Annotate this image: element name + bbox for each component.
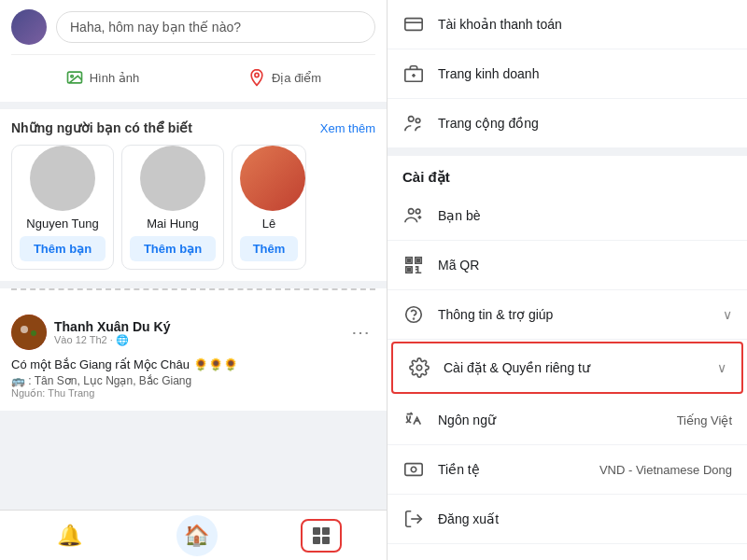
post-item: Thanh Xuân Du Ký Vào 12 Th2 · 🌐 ⋯ Có một… bbox=[0, 303, 387, 411]
settings-header: Cài đặt bbox=[388, 156, 747, 191]
help-chevron: ∨ bbox=[723, 307, 732, 322]
suggestions-title: Những người bạn có thể biết bbox=[11, 120, 192, 135]
payment-label: Tài khoản thanh toán bbox=[438, 17, 732, 32]
section-divider bbox=[388, 148, 747, 156]
svg-rect-28 bbox=[405, 464, 422, 476]
business-label: Trang kinh doanh bbox=[438, 66, 732, 81]
svg-point-18 bbox=[416, 209, 420, 214]
friend-card: Nguyen Tung Thêm bạn bbox=[11, 145, 114, 270]
grid-icon bbox=[310, 525, 332, 547]
post-text: Có một Bắc Giang rất Mộc Châu 🌻🌻🌻 bbox=[11, 356, 375, 374]
post-subtext: 🚌 : Tân Sơn, Lục Ngạn, Bắc Giang bbox=[11, 374, 375, 387]
svg-point-1 bbox=[71, 76, 74, 78]
friend-name: Lê bbox=[240, 217, 298, 231]
friend-avatar bbox=[140, 146, 205, 211]
post-more-button[interactable]: ⋯ bbox=[345, 319, 375, 345]
friend-suggestions: Những người bạn có thể biết Xem thêm Ngu… bbox=[0, 109, 387, 281]
svg-point-26 bbox=[414, 318, 415, 319]
menu-item-language[interactable]: Ngôn ngữ Tiếng Việt bbox=[388, 396, 747, 445]
add-friend-button[interactable]: Thêm bạn bbox=[20, 236, 106, 261]
user-avatar bbox=[11, 9, 47, 45]
left-panel: Haha, hôm nay bạn thế nào? Hình ảnh Địa … bbox=[0, 0, 388, 560]
svg-point-15 bbox=[409, 117, 415, 122]
qr-icon bbox=[402, 254, 425, 276]
payment-icon bbox=[402, 13, 425, 35]
location-button[interactable]: Địa điểm bbox=[193, 63, 375, 92]
svg-point-17 bbox=[409, 209, 415, 215]
svg-point-4 bbox=[21, 326, 28, 333]
svg-point-29 bbox=[411, 467, 416, 472]
photo-label: Hình ảnh bbox=[90, 71, 140, 85]
svg-rect-7 bbox=[322, 527, 330, 535]
right-panel: Tài khoản thanh toán Trang kinh doanh bbox=[388, 0, 747, 560]
settings-menu-section: Bạn bè Mã QR bbox=[388, 191, 747, 544]
language-icon bbox=[402, 409, 425, 431]
location-icon bbox=[247, 68, 266, 87]
add-friend-button[interactable]: Thêm bạn bbox=[130, 236, 216, 261]
svg-rect-6 bbox=[313, 527, 320, 535]
friends-icon bbox=[402, 204, 425, 227]
svg-rect-24 bbox=[408, 269, 411, 272]
post-input[interactable]: Haha, hôm nay bạn thế nào? bbox=[56, 11, 375, 43]
currency-label: Tiền tệ bbox=[438, 462, 586, 477]
dashed-separator bbox=[11, 288, 375, 290]
help-label: Thông tin & trợ giúp bbox=[438, 307, 710, 322]
menu-item-payment[interactable]: Tài khoản thanh toán bbox=[388, 0, 747, 49]
photo-icon bbox=[65, 68, 84, 87]
logout-icon bbox=[402, 508, 425, 530]
location-label: Địa điểm bbox=[272, 71, 321, 85]
menu-item-community[interactable]: Trang cộng đồng bbox=[388, 99, 747, 148]
friend-card: Lê Thêm bbox=[232, 145, 306, 270]
suggestions-list: Nguyen Tung Thêm bạn Mai Hung Thêm bạn L… bbox=[11, 145, 375, 270]
svg-rect-8 bbox=[313, 537, 320, 544]
top-menu-section: Tài khoản thanh toán Trang kinh doanh bbox=[388, 0, 747, 148]
home-icon: 🏠 bbox=[184, 524, 209, 548]
qr-label: Mã QR bbox=[438, 258, 732, 273]
community-icon bbox=[402, 112, 425, 134]
language-value: Tiếng Việt bbox=[677, 413, 732, 427]
menu-item-currency[interactable]: Tiền tệ VND - Vietnamese Dong bbox=[388, 445, 747, 495]
add-friend-button[interactable]: Thêm bbox=[240, 236, 298, 261]
post-author-avatar bbox=[11, 315, 47, 350]
menu-item-friends[interactable]: Bạn bè bbox=[388, 191, 747, 241]
photo-button[interactable]: Hình ảnh bbox=[11, 63, 193, 92]
settings-icon bbox=[408, 357, 430, 379]
friend-name: Mai Hung bbox=[130, 217, 216, 231]
menu-item-settings[interactable]: Cài đặt & Quyền riêng tư ∨ bbox=[391, 342, 743, 394]
svg-point-16 bbox=[416, 119, 420, 123]
svg-point-2 bbox=[255, 73, 259, 77]
friend-avatar bbox=[240, 146, 305, 211]
friend-card: Mai Hung Thêm bạn bbox=[121, 145, 224, 270]
logout-label: Đăng xuất bbox=[438, 511, 732, 526]
currency-icon bbox=[402, 458, 425, 481]
menu-item-help[interactable]: Thông tin & trợ giúp ∨ bbox=[388, 290, 747, 340]
menu-item-business[interactable]: Trang kinh doanh bbox=[388, 49, 747, 99]
currency-value: VND - Vietnamese Dong bbox=[599, 463, 732, 477]
language-label: Ngôn ngữ bbox=[438, 413, 664, 427]
friend-avatar bbox=[30, 146, 95, 211]
privacy-settings-label: Cài đặt & Quyền riêng tư bbox=[444, 360, 704, 375]
post-credit: Nguồn: Thu Trang bbox=[11, 387, 375, 399]
see-more-link[interactable]: Xem thêm bbox=[320, 121, 375, 135]
business-icon bbox=[402, 63, 425, 85]
friends-label: Bạn bè bbox=[438, 208, 732, 223]
menu-item-logout[interactable]: Đăng xuất bbox=[388, 495, 747, 544]
bottom-nav: 🔔 🏠 bbox=[0, 510, 387, 560]
community-label: Trang cộng đồng bbox=[438, 116, 732, 131]
nav-bell[interactable]: 🔔 bbox=[46, 518, 93, 553]
help-icon bbox=[402, 303, 425, 326]
post-author-name: Thanh Xuân Du Ký bbox=[54, 319, 170, 334]
svg-rect-10 bbox=[405, 19, 422, 31]
nav-grid[interactable] bbox=[301, 519, 342, 553]
post-meta: Vào 12 Th2 · 🌐 bbox=[54, 334, 170, 346]
svg-point-3 bbox=[11, 315, 47, 350]
svg-point-27 bbox=[416, 365, 422, 371]
post-creator: Haha, hôm nay bạn thế nào? Hình ảnh Địa … bbox=[0, 0, 387, 102]
svg-rect-20 bbox=[408, 259, 411, 262]
bell-icon: 🔔 bbox=[57, 524, 82, 548]
friend-name: Nguyen Tung bbox=[20, 217, 106, 231]
menu-item-qr[interactable]: Mã QR bbox=[388, 241, 747, 290]
privacy-chevron: ∨ bbox=[717, 360, 726, 375]
svg-point-5 bbox=[31, 330, 36, 336]
nav-home[interactable]: 🏠 bbox=[165, 510, 229, 561]
